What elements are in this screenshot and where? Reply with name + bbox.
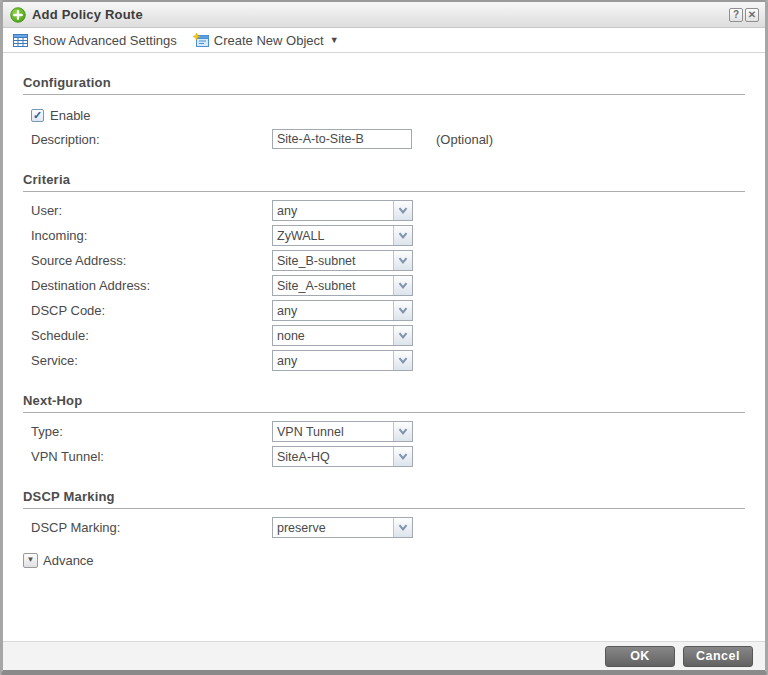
user-row: User: any bbox=[23, 198, 745, 223]
type-select[interactable]: VPN Tunnel bbox=[272, 421, 413, 442]
dscp-code-select[interactable]: any bbox=[272, 300, 413, 321]
enable-checkbox-row[interactable]: ✓ Enable bbox=[23, 104, 745, 126]
description-label: Description: bbox=[23, 132, 272, 147]
source-address-select-value: Site_B-subnet bbox=[273, 251, 393, 270]
incoming-label: Incoming: bbox=[23, 228, 272, 243]
type-select-value: VPN Tunnel bbox=[273, 422, 393, 441]
advance-label: Advance bbox=[43, 553, 94, 568]
section-header-next-hop: Next-Hop bbox=[23, 393, 745, 413]
service-select[interactable]: any bbox=[272, 350, 413, 371]
advanced-settings-table-icon bbox=[13, 34, 28, 47]
vpn-tunnel-row: VPN Tunnel: SiteA-HQ bbox=[23, 444, 745, 469]
dropdown-arrow-icon bbox=[393, 447, 412, 466]
section-header-configuration: Configuration bbox=[23, 75, 745, 95]
check-icon: ✓ bbox=[33, 110, 42, 121]
advance-expand-button[interactable]: ▼ bbox=[23, 553, 38, 568]
dialog-footer: OK Cancel bbox=[3, 641, 765, 670]
vpn-tunnel-label: VPN Tunnel: bbox=[23, 449, 272, 464]
service-row: Service: any bbox=[23, 348, 745, 373]
dscp-marking-select-value: preserve bbox=[273, 518, 393, 537]
schedule-row: Schedule: none bbox=[23, 323, 745, 348]
source-address-row: Source Address: Site_B-subnet bbox=[23, 248, 745, 273]
advance-toggle[interactable]: ▼ Advance bbox=[23, 548, 745, 572]
incoming-select-value: ZyWALL bbox=[273, 226, 393, 245]
show-advanced-settings-button[interactable]: Show Advanced Settings bbox=[13, 33, 177, 48]
dscp-code-label: DSCP Code: bbox=[23, 303, 272, 318]
source-address-select[interactable]: Site_B-subnet bbox=[272, 250, 413, 271]
incoming-select[interactable]: ZyWALL bbox=[272, 225, 413, 246]
show-advanced-settings-label: Show Advanced Settings bbox=[33, 33, 177, 48]
dropdown-arrow-icon bbox=[393, 422, 412, 441]
create-new-object-button[interactable]: Create New Object ▼ bbox=[193, 33, 339, 48]
dialog-title: Add Policy Route bbox=[32, 7, 727, 22]
vpn-tunnel-select-value: SiteA-HQ bbox=[273, 447, 393, 466]
dscp-marking-select[interactable]: preserve bbox=[272, 517, 413, 538]
destination-address-select-value: Site_A-subnet bbox=[273, 276, 393, 295]
service-label: Service: bbox=[23, 353, 272, 368]
enable-checkbox[interactable]: ✓ bbox=[31, 109, 44, 122]
dropdown-arrow-icon bbox=[393, 276, 412, 295]
dropdown-arrow-icon bbox=[393, 301, 412, 320]
user-label: User: bbox=[23, 203, 272, 218]
destination-address-select[interactable]: Site_A-subnet bbox=[272, 275, 413, 296]
dscp-marking-row: DSCP Marking: preserve bbox=[23, 515, 745, 540]
triangle-down-icon: ▼ bbox=[27, 556, 35, 564]
add-policy-route-dialog: Add Policy Route ? ✕ Show Advanced Setti… bbox=[0, 0, 768, 675]
service-select-value: any bbox=[273, 351, 393, 370]
source-address-label: Source Address: bbox=[23, 253, 272, 268]
vpn-tunnel-select[interactable]: SiteA-HQ bbox=[272, 446, 413, 467]
description-input[interactable] bbox=[272, 129, 412, 149]
schedule-label: Schedule: bbox=[23, 328, 272, 343]
optional-label: (Optional) bbox=[436, 132, 493, 147]
close-button[interactable]: ✕ bbox=[745, 8, 759, 22]
dropdown-arrow-icon bbox=[393, 351, 412, 370]
cancel-button[interactable]: Cancel bbox=[683, 646, 753, 667]
destination-address-label: Destination Address: bbox=[23, 278, 272, 293]
section-header-dscp-marking: DSCP Marking bbox=[23, 489, 745, 509]
add-icon bbox=[10, 7, 26, 23]
dropdown-arrow-icon bbox=[393, 518, 412, 537]
schedule-select[interactable]: none bbox=[272, 325, 413, 346]
toolbar: Show Advanced Settings Create New Object… bbox=[3, 28, 765, 53]
user-select[interactable]: any bbox=[272, 200, 413, 221]
type-label: Type: bbox=[23, 424, 272, 439]
create-object-icon bbox=[193, 33, 209, 47]
help-button[interactable]: ? bbox=[729, 8, 743, 22]
schedule-select-value: none bbox=[273, 326, 393, 345]
destination-address-row: Destination Address: Site_A-subnet bbox=[23, 273, 745, 298]
create-new-object-label: Create New Object bbox=[214, 33, 324, 48]
user-select-value: any bbox=[273, 201, 393, 220]
dscp-code-row: DSCP Code: any bbox=[23, 298, 745, 323]
titlebar: Add Policy Route ? ✕ bbox=[3, 2, 765, 28]
description-row: Description: (Optional) bbox=[23, 126, 745, 152]
dscp-marking-label: DSCP Marking: bbox=[23, 520, 272, 535]
ok-button[interactable]: OK bbox=[605, 646, 675, 667]
dialog-body: Configuration ✓ Enable Description: (Opt… bbox=[3, 53, 765, 641]
type-row: Type: VPN Tunnel bbox=[23, 419, 745, 444]
dropdown-arrow-icon bbox=[393, 326, 412, 345]
caret-down-icon: ▼ bbox=[330, 35, 339, 45]
incoming-row: Incoming: ZyWALL bbox=[23, 223, 745, 248]
dscp-code-select-value: any bbox=[273, 301, 393, 320]
section-header-criteria: Criteria bbox=[23, 172, 745, 192]
dropdown-arrow-icon bbox=[393, 251, 412, 270]
dropdown-arrow-icon bbox=[393, 201, 412, 220]
enable-label: Enable bbox=[50, 108, 90, 123]
dropdown-arrow-icon bbox=[393, 226, 412, 245]
